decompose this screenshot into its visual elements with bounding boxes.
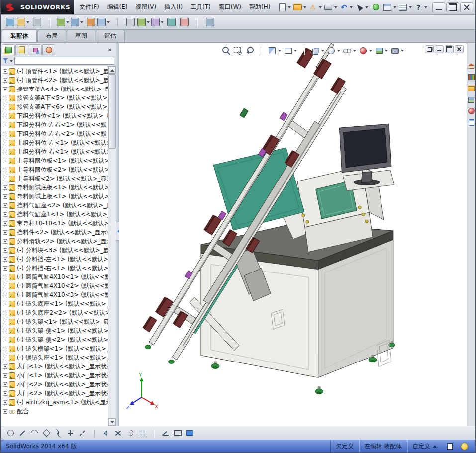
tab-assembly[interactable]: 装配体	[2, 30, 37, 42]
propertymanager-tab[interactable]	[15, 44, 28, 55]
new-document-icon[interactable]	[277, 1, 291, 13]
tree-item[interactable]: 挡料气缸座1<1> (默认<<默认>_	[1, 210, 108, 219]
expand-icon[interactable]	[3, 382, 7, 387]
expand-icon[interactable]	[3, 168, 7, 172]
expand-icon[interactable]	[3, 203, 7, 208]
expand-icon[interactable]	[3, 347, 7, 351]
view-palette-icon[interactable]	[468, 96, 475, 103]
mate-icon[interactable]	[57, 16, 70, 28]
tree-item[interactable]: (-) 镜头架-侧<2> (默认<<默认>_	[1, 335, 108, 344]
apply-scene-icon[interactable]	[374, 45, 388, 56]
expand-icon[interactable]	[3, 132, 7, 136]
expand-icon[interactable]	[3, 105, 7, 109]
linear-component-pattern-icon[interactable]	[71, 16, 84, 28]
expand-icon[interactable]	[3, 302, 7, 306]
expand-icon[interactable]	[3, 338, 7, 342]
menu-item[interactable]: 文件(F)	[75, 1, 103, 13]
expand-icon[interactable]	[3, 329, 7, 333]
quick-tips-icon[interactable]	[458, 440, 470, 452]
tree-item[interactable]: (-) airtczkq_asm<1> (默认<显示状	[1, 398, 108, 407]
window-close-icon[interactable]	[460, 2, 473, 12]
expand-icon[interactable]	[3, 356, 7, 360]
menu-item[interactable]: 编辑(E)	[103, 1, 132, 13]
spline-tool-icon[interactable]	[53, 428, 64, 439]
expand-icon[interactable]	[3, 248, 7, 253]
instant3d-icon[interactable]	[204, 16, 216, 28]
viewport-cascade-icon[interactable]	[425, 45, 434, 53]
tree-item[interactable]: (-) 锁镜头座<1> (默认<<默认>_	[1, 353, 108, 362]
menu-item[interactable]: 工具(T)	[187, 1, 215, 13]
expand-icon[interactable]	[3, 409, 7, 414]
viewport-restore-icon[interactable]	[445, 45, 454, 53]
angle-snap-icon[interactable]	[160, 428, 171, 439]
expand-icon[interactable]	[3, 373, 7, 378]
tree-item[interactable]: 大门<1> (默认<<默认>_显示状态	[1, 362, 108, 371]
tree-item[interactable]: 上组分料位-左<1> (默认<<默认:	[1, 138, 108, 147]
exploded-view-icon[interactable]	[178, 16, 190, 28]
menu-item[interactable]: 插入(I)	[160, 1, 187, 13]
expand-icon[interactable]	[3, 150, 7, 154]
filter-caret-icon[interactable]	[10, 60, 13, 64]
expand-icon[interactable]	[3, 364, 7, 369]
edit-component-icon[interactable]	[4, 16, 16, 28]
expand-icon[interactable]	[3, 266, 7, 271]
appearances-icon[interactable]	[468, 107, 475, 115]
tree-item[interactable]: (-) 镜头底座<1> (默认<<默认>_	[1, 299, 108, 308]
expand-icon[interactable]	[3, 87, 7, 91]
tab-evaluate[interactable]: 评估	[96, 30, 125, 42]
expand-icon[interactable]	[3, 293, 7, 297]
expand-icon[interactable]	[3, 78, 7, 83]
zoom-fit-icon[interactable]	[221, 45, 231, 56]
zoom-area-icon[interactable]	[233, 45, 243, 56]
save-warning-icon[interactable]: ⚠	[308, 1, 322, 13]
show-hidden-components-icon[interactable]	[124, 16, 136, 28]
expand-icon[interactable]	[3, 185, 7, 190]
assembly-features-icon[interactable]	[137, 16, 150, 28]
tree-item[interactable]: (-) 镜头架-侧<1> (默认<<默认>	[1, 326, 108, 335]
custom-properties-icon[interactable]	[468, 119, 475, 126]
expand-icon[interactable]	[3, 230, 7, 235]
design-library-icon[interactable]	[468, 73, 475, 81]
tree-item[interactable]: 接管支架A<4> (默认<<默认>_显	[1, 85, 108, 93]
viewport-close-icon[interactable]	[455, 45, 464, 53]
tree-item[interactable]: 下组分料位-左右<1> (默认<<默	[1, 120, 108, 129]
new-motion-study-icon[interactable]	[165, 16, 177, 28]
viewport-pane-icon[interactable]	[184, 428, 195, 439]
tree-item[interactable]: (-) 顶管件<1> (默认<<默认>_显	[1, 67, 108, 76]
viewport-minimize-icon[interactable]	[435, 45, 444, 53]
help-icon[interactable]: ?	[413, 1, 428, 13]
tree-item[interactable]: (-) 圆筒气缸4X10<3> (默认<<默	[1, 290, 108, 299]
tree-item[interactable]: (-) 顶管件<2> (默认<<默认>_显	[1, 76, 108, 85]
move-component-icon[interactable]	[97, 16, 110, 28]
tree-item[interactable]: 配合	[1, 407, 108, 416]
offset-entities-icon[interactable]	[124, 428, 135, 439]
open-icon[interactable]	[292, 1, 307, 13]
tree-item[interactable]: 小门<2> (默认<<默认>_显示状态	[1, 380, 108, 389]
tree-item[interactable]: 上导料限位板<1> (默认<<默认>	[1, 156, 108, 165]
attach-icon[interactable]	[31, 16, 43, 28]
window-minimize-icon[interactable]	[432, 2, 445, 12]
previous-view-icon[interactable]	[244, 45, 254, 56]
tree-item[interactable]: 导料测试底板<1> (默认<<默认>	[1, 183, 108, 192]
view-orientation-icon[interactable]	[310, 45, 325, 56]
status-doc-icon[interactable]	[444, 440, 456, 452]
tree-item[interactable]: 下组分料位-左右<2> (默认<<默	[1, 129, 108, 138]
tree-item[interactable]: (-) 分料挡-左<1> (默认<<默认>_	[1, 255, 108, 264]
tree-item[interactable]: 挡料件<2> (默认<<默认>_显示状	[1, 228, 108, 237]
tree-item[interactable]: 接管支架A下<5> (默认<<默认>_	[1, 93, 108, 102]
appearances-tab[interactable]	[42, 44, 55, 55]
expand-icon[interactable]	[3, 284, 7, 288]
tree-item[interactable]: 带导杆10-10<1> (默认<<默认>_	[1, 219, 108, 228]
expand-icon[interactable]	[3, 221, 7, 226]
insert-components-icon[interactable]	[17, 16, 30, 28]
hide-show-items-icon[interactable]	[342, 45, 357, 56]
window-maximize-icon[interactable]	[446, 2, 459, 12]
menu-item[interactable]: 视图(V)	[132, 1, 161, 13]
featuremanager-tab[interactable]	[2, 44, 15, 55]
tree-item[interactable]: (-) 圆筒气缸4X10<1> (默认<<默	[1, 272, 108, 281]
tree-item[interactable]: (-) 分料挡-右<1> (默认<<默认>	[1, 264, 108, 272]
reference-geometry-icon[interactable]	[151, 16, 164, 28]
print-icon[interactable]	[323, 1, 338, 13]
mirror-entities-icon[interactable]	[100, 428, 111, 439]
rectangle-tool-icon[interactable]	[172, 428, 183, 439]
